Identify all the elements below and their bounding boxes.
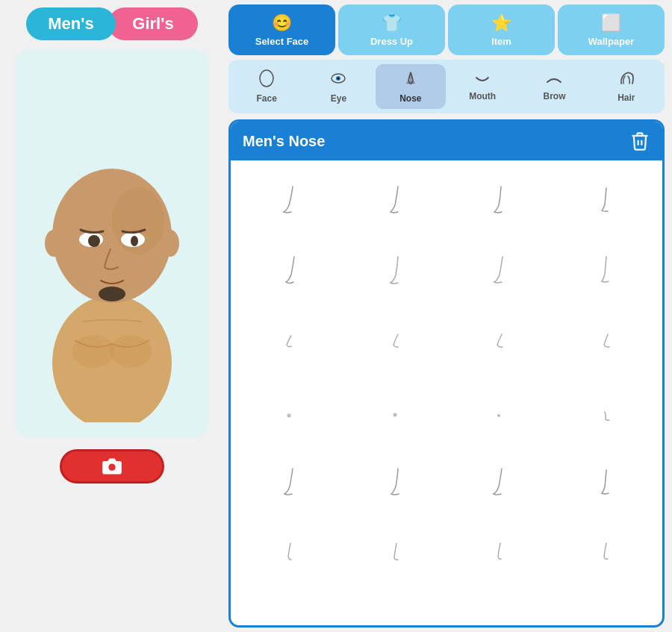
nose-item-5[interactable] xyxy=(238,238,340,305)
face-tab-eye[interactable]: Eye xyxy=(303,64,373,109)
tab-dress-up[interactable]: 👕 Dress Up xyxy=(338,4,445,55)
tab-item[interactable]: ⭐ Item xyxy=(448,4,555,55)
nose-item-22[interactable] xyxy=(343,519,446,586)
item-icon: ⭐ xyxy=(491,13,511,33)
nose-item-4[interactable] xyxy=(553,168,656,235)
top-nav: 😊 Select Face 👕 Dress Up ⭐ Item ⬜ Wallpa… xyxy=(228,4,665,55)
svg-point-8 xyxy=(88,235,100,247)
nose-item-20[interactable] xyxy=(553,448,656,516)
nose-item-3[interactable] xyxy=(448,168,550,235)
content-header: Men's Nose xyxy=(231,122,662,160)
right-panel: 😊 Select Face 👕 Dress Up ⭐ Item ⬜ Wallpa… xyxy=(224,0,672,632)
nose-item-14[interactable] xyxy=(343,378,446,445)
nose-item-2[interactable] xyxy=(343,168,446,235)
tab-select-face[interactable]: 😊 Select Face xyxy=(228,4,335,55)
content-title: Men's Nose xyxy=(243,133,325,150)
face-tab-mouth[interactable]: Mouth xyxy=(447,64,517,109)
tab-wallpaper[interactable]: ⬜ Wallpaper xyxy=(558,4,665,55)
face-tab-brow[interactable]: Brow xyxy=(519,64,589,109)
svg-point-13 xyxy=(108,464,115,471)
face-tab-hair-icon xyxy=(617,70,635,90)
mens-tab[interactable]: Men's xyxy=(26,7,116,40)
face-tab-eye-icon xyxy=(329,69,347,91)
select-face-icon: 😊 xyxy=(272,13,292,33)
svg-point-12 xyxy=(110,335,152,368)
face-tab-face-icon xyxy=(258,69,276,91)
svg-point-11 xyxy=(72,335,114,368)
nose-item-13[interactable] xyxy=(238,378,340,445)
nose-item-11[interactable] xyxy=(448,308,550,375)
wallpaper-icon: ⬜ xyxy=(601,13,621,33)
face-tab-nose-icon xyxy=(402,69,420,91)
face-tab-mouth-icon xyxy=(473,72,491,89)
face-tab-brow-icon xyxy=(545,72,563,89)
nose-item-6[interactable] xyxy=(343,238,446,305)
face-tab-hair-label: Hair xyxy=(617,93,635,103)
svg-point-4 xyxy=(161,230,179,257)
face-tabs: Face Eye Nose xyxy=(228,60,665,113)
nose-item-7[interactable] xyxy=(448,238,550,305)
nose-item-1[interactable] xyxy=(238,168,340,235)
face-tab-mouth-label: Mouth xyxy=(469,91,496,101)
camera-button[interactable] xyxy=(60,449,164,484)
content-area: Men's Nose xyxy=(228,119,665,628)
trash-icon[interactable] xyxy=(629,131,650,151)
face-tab-face[interactable]: Face xyxy=(231,64,302,109)
nose-item-23[interactable] xyxy=(448,519,550,586)
svg-point-17 xyxy=(337,78,340,80)
gender-tabs: Men's Girl's xyxy=(26,7,198,40)
svg-point-14 xyxy=(260,70,273,87)
girls-tab[interactable]: Girl's xyxy=(108,7,198,40)
svg-point-19 xyxy=(287,414,291,418)
nose-item-12[interactable] xyxy=(553,308,656,375)
nose-item-21[interactable] xyxy=(238,519,340,586)
nose-grid xyxy=(231,160,662,625)
select-face-label: Select Face xyxy=(255,36,309,47)
left-panel: Men's Girl's xyxy=(0,0,224,632)
nose-item-19[interactable] xyxy=(448,448,550,516)
dress-up-icon: 👕 xyxy=(382,13,402,33)
svg-point-20 xyxy=(393,413,396,417)
avatar-container xyxy=(15,49,209,437)
face-tab-hair[interactable]: Hair xyxy=(591,64,662,109)
nose-item-18[interactable] xyxy=(343,448,446,516)
face-tab-nose-label: Nose xyxy=(399,93,421,104)
avatar xyxy=(30,64,194,422)
item-label: Item xyxy=(491,36,511,47)
nose-item-8[interactable] xyxy=(553,238,656,305)
nose-item-10[interactable] xyxy=(343,308,446,375)
svg-point-10 xyxy=(99,287,125,301)
face-tab-face-label: Face xyxy=(256,93,276,104)
nose-item-16[interactable] xyxy=(553,378,656,445)
svg-point-9 xyxy=(131,236,138,246)
nose-item-17[interactable] xyxy=(238,448,340,516)
face-tab-nose[interactable]: Nose xyxy=(376,64,446,109)
camera-icon xyxy=(102,456,122,477)
face-tab-eye-label: Eye xyxy=(331,93,346,104)
svg-point-21 xyxy=(497,414,500,417)
svg-point-3 xyxy=(45,230,63,257)
wallpaper-label: Wallpaper xyxy=(588,36,635,47)
nose-item-9[interactable] xyxy=(238,308,340,375)
dress-up-label: Dress Up xyxy=(370,36,413,47)
face-tab-brow-label: Brow xyxy=(543,91,565,101)
nose-item-15[interactable] xyxy=(448,378,550,445)
nose-item-24[interactable] xyxy=(553,519,656,586)
